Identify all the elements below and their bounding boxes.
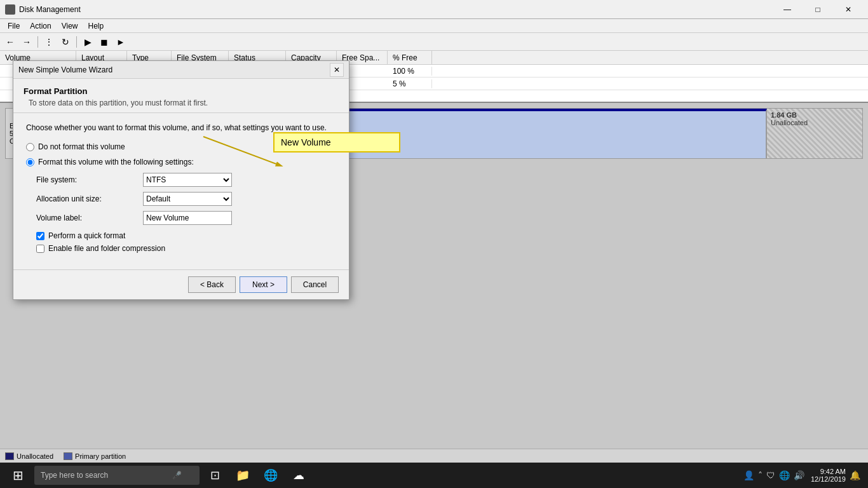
toolbar-forward[interactable]: →: [19, 35, 34, 49]
maximize-button[interactable]: □: [803, 0, 832, 19]
taskview-button[interactable]: ⊡: [201, 463, 229, 488]
radio-no-format[interactable]: [26, 143, 34, 151]
menu-bar: File Action View Help: [0, 19, 868, 33]
menu-view[interactable]: View: [57, 20, 83, 32]
toolbar-stop[interactable]: ◼: [97, 35, 112, 49]
radio-do-format[interactable]: [26, 158, 34, 166]
legend-primary-color: [64, 452, 72, 460]
quick-format-label[interactable]: Perform a quick format: [48, 231, 125, 240]
allocation-label: Allocation unit size:: [36, 194, 138, 203]
people-icon[interactable]: 👤: [743, 470, 754, 480]
toolbar-refresh[interactable]: ↻: [58, 35, 73, 49]
toolbar-sep-2: [76, 36, 77, 48]
dialog-header: Format Partition To store data on this p…: [13, 79, 349, 113]
start-icon: ⊞: [13, 468, 24, 483]
mic-icon[interactable]: 🎤: [172, 471, 182, 480]
toolbar-back[interactable]: ←: [3, 35, 18, 49]
radio-no-format-label[interactable]: Do not format this volume: [38, 142, 125, 151]
browser-button[interactable]: 🌐: [257, 463, 285, 488]
quick-format-row: Perform a quick format: [26, 231, 336, 240]
security-icon[interactable]: 🛡: [766, 470, 775, 480]
taskbar: ⊞ 🎤 ⊡ 📁 🌐 ☁ 👤 ˄ 🛡 🌐 🔊 9:42 AM 12/12/2019…: [0, 463, 868, 488]
next-button[interactable]: Next >: [240, 276, 287, 293]
compression-checkbox[interactable]: [36, 245, 44, 253]
menu-action[interactable]: Action: [25, 20, 56, 32]
tray-time: 9:42 AM: [820, 468, 846, 475]
col-pctfree[interactable]: % Free: [388, 51, 432, 64]
compression-label[interactable]: Enable file and folder compression: [48, 244, 165, 253]
notification-icon[interactable]: 🔔: [850, 470, 860, 480]
toolbar: ← → ⋮ ↻ ▶ ◼ ►: [0, 33, 868, 51]
legend-unallocated: Unallocated: [5, 452, 53, 460]
dialog-footer: < Back Next > Cancel: [13, 269, 349, 299]
back-button[interactable]: < Back: [188, 276, 236, 293]
cell-pct-1: 100 %: [388, 67, 432, 76]
menu-help[interactable]: Help: [83, 20, 109, 32]
title-bar: Disk Management — □ ✕: [0, 0, 868, 19]
new-simple-volume-wizard-dialog: New Simple Volume Wizard ✕ Format Partit…: [13, 60, 349, 300]
file-system-label: File system:: [36, 175, 138, 184]
radio-format-row: Format this volume with the following se…: [26, 158, 336, 166]
volume-label-label: Volume label:: [36, 214, 138, 222]
unallocated-size: 1.84 GB: [771, 111, 858, 119]
allocation-select[interactable]: Default: [143, 192, 232, 206]
minimize-button[interactable]: —: [773, 0, 802, 19]
volume-label-input[interactable]: [143, 211, 232, 225]
chevron-icon[interactable]: ˄: [758, 470, 763, 480]
search-bar: 🎤: [34, 466, 200, 485]
tray-clock[interactable]: 9:42 AM 12/12/2019: [811, 468, 846, 483]
toolbar-grid[interactable]: ⋮: [41, 35, 57, 49]
toolbar-sep-1: [37, 36, 38, 48]
dialog-title-text: New Simple Volume Wizard: [18, 65, 330, 74]
dialog-close-button[interactable]: ✕: [330, 63, 344, 77]
radio-do-format-label[interactable]: Format this volume with the following se…: [38, 158, 194, 166]
toolbar-arrow[interactable]: ►: [113, 35, 128, 49]
yellow-popup: [273, 132, 400, 152]
menu-file[interactable]: File: [3, 20, 25, 32]
app-icon: [5, 4, 15, 15]
close-button[interactable]: ✕: [834, 0, 863, 19]
window-controls: — □ ✕: [773, 0, 863, 19]
dialog-description: Choose whether you want to format this v…: [26, 123, 336, 132]
system-tray: 👤 ˄ 🛡 🌐 🔊 9:42 AM 12/12/2019 🔔: [738, 468, 865, 483]
legend-primary-label: Primary partition: [75, 452, 126, 460]
legend-unallocated-label: Unallocated: [17, 452, 53, 460]
dialog-section-sub: To store data on this partition, you mus…: [24, 98, 339, 107]
volume-icon[interactable]: 🔊: [794, 470, 804, 480]
yellow-popup-input[interactable]: [281, 137, 383, 147]
app-button[interactable]: ☁: [285, 463, 313, 488]
cancel-button[interactable]: Cancel: [291, 276, 339, 293]
compression-row: Enable file and folder compression: [26, 244, 336, 253]
quick-format-checkbox[interactable]: [36, 232, 44, 240]
unallocated-label: Unallocated: [771, 119, 858, 126]
legend: Unallocated Primary partition: [0, 449, 868, 463]
unallocated-partition[interactable]: 1.84 GB Unallocated: [767, 109, 862, 158]
legend-unallocated-color: [5, 452, 14, 460]
file-system-select[interactable]: NTFS: [143, 173, 232, 187]
legend-primary: Primary partition: [64, 452, 126, 460]
cell-pct-2: 5 %: [388, 79, 432, 88]
network-icon[interactable]: 🌐: [779, 470, 790, 480]
toolbar-play[interactable]: ▶: [80, 35, 95, 49]
start-button[interactable]: ⊞: [3, 463, 33, 488]
tray-date: 12/12/2019: [811, 475, 846, 483]
dialog-title-bar: New Simple Volume Wizard ✕: [13, 61, 349, 79]
settings-grid: File system: NTFS Allocation unit size: …: [26, 173, 336, 225]
explorer-button[interactable]: 📁: [229, 463, 257, 488]
app-title: Disk Management: [19, 5, 773, 14]
dialog-section-title: Format Partition: [24, 86, 339, 96]
